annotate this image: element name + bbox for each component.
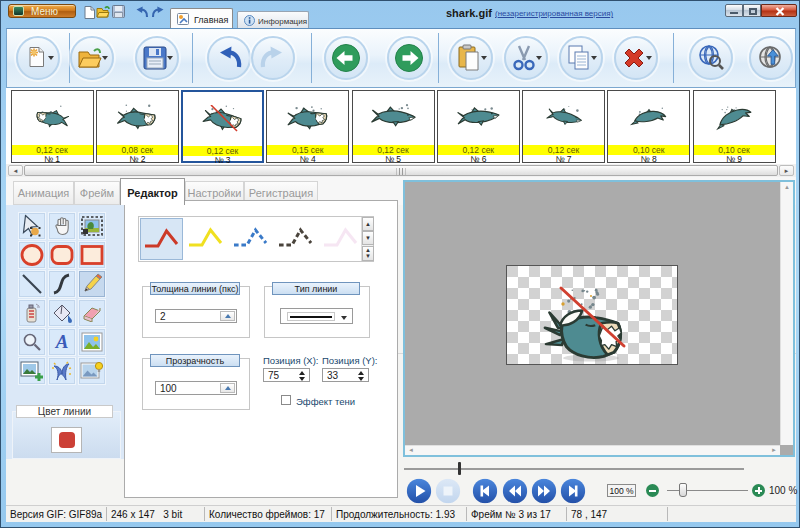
svg-text:A: A — [55, 332, 69, 352]
